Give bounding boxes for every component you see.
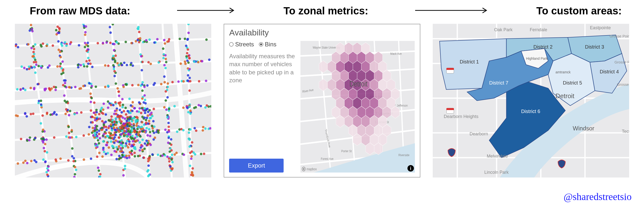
svg-point-1104 — [126, 110, 129, 112]
svg-point-895 — [115, 124, 117, 126]
svg-point-734 — [94, 114, 97, 116]
svg-point-633 — [186, 60, 189, 62]
info-icon[interactable]: i — [408, 165, 414, 171]
place-eastpointe: Eastpointe — [590, 25, 610, 30]
svg-point-101 — [126, 64, 128, 66]
svg-point-1033 — [96, 117, 98, 120]
svg-point-608 — [164, 67, 167, 69]
header-custom: To custom areas: — [536, 5, 622, 17]
svg-point-923 — [120, 120, 122, 123]
svg-point-157 — [152, 84, 155, 86]
svg-point-578 — [163, 64, 166, 66]
svg-point-9 — [109, 42, 112, 44]
svg-point-419 — [59, 51, 62, 53]
svg-point-881 — [111, 121, 114, 123]
svg-point-99 — [208, 59, 210, 61]
svg-point-268 — [45, 138, 48, 141]
svg-point-939 — [132, 140, 134, 142]
svg-point-1098 — [122, 116, 124, 119]
svg-point-36 — [145, 39, 148, 42]
svg-point-455 — [88, 82, 91, 85]
label-city: Detroit — [350, 80, 368, 88]
svg-point-289 — [200, 153, 202, 155]
svg-point-92 — [193, 61, 196, 63]
svg-point-1097 — [114, 136, 116, 139]
svg-point-116 — [160, 83, 162, 85]
districts-map[interactable]: District 1 District 2 District 3 Distric… — [433, 24, 629, 177]
svg-point-457 — [88, 59, 91, 62]
export-button[interactable]: Export — [229, 159, 284, 172]
district-4-label: District 4 — [600, 69, 619, 74]
svg-point-1066 — [133, 152, 136, 154]
svg-point-537 — [140, 84, 142, 87]
radio-bins[interactable]: Bins — [259, 41, 276, 48]
svg-point-71 — [180, 63, 182, 65]
svg-point-841 — [140, 112, 142, 114]
svg-point-619 — [171, 153, 174, 156]
svg-point-911 — [99, 110, 102, 113]
svg-point-23 — [34, 43, 36, 46]
svg-point-710 — [88, 126, 91, 128]
svg-point-1078 — [104, 132, 107, 135]
svg-point-1049 — [123, 135, 125, 137]
svg-point-35 — [65, 44, 68, 47]
svg-point-534 — [144, 94, 146, 97]
svg-point-263 — [28, 139, 31, 141]
svg-point-38 — [156, 38, 158, 40]
svg-point-829 — [112, 145, 114, 148]
svg-point-406 — [60, 56, 62, 59]
svg-point-126 — [44, 88, 46, 90]
svg-point-170 — [174, 105, 176, 107]
svg-point-612 — [165, 90, 167, 93]
svg-point-49 — [168, 38, 170, 41]
svg-point-25 — [153, 41, 156, 44]
hex-map[interactable]: Wayne State University Mack Ave River Av… — [300, 41, 415, 172]
svg-point-1023 — [114, 150, 116, 152]
svg-point-115 — [54, 89, 57, 91]
place-hamtramck: amtramck — [555, 70, 570, 74]
svg-point-293 — [137, 155, 140, 157]
svg-point-865 — [116, 148, 119, 151]
svg-point-158 — [124, 83, 127, 86]
svg-point-362 — [40, 103, 42, 106]
svg-point-1015 — [118, 136, 120, 139]
svg-point-745 — [98, 113, 100, 115]
svg-point-850 — [128, 121, 131, 124]
svg-point-623 — [170, 158, 173, 161]
attribution-link[interactable]: @sharedstreetsio — [564, 191, 632, 202]
svg-point-476 — [124, 165, 126, 167]
header-raw: From raw MDS data: — [30, 5, 130, 17]
svg-point-947 — [154, 136, 156, 139]
svg-point-237 — [202, 129, 204, 132]
svg-point-138 — [131, 84, 134, 87]
place-ferndale: Ferndale — [530, 27, 547, 32]
district-1-label: District 1 — [460, 59, 479, 64]
svg-point-993 — [106, 144, 108, 146]
svg-point-1120 — [102, 147, 104, 149]
svg-point-630 — [190, 150, 193, 153]
svg-point-464 — [87, 45, 89, 47]
svg-point-211 — [73, 113, 76, 115]
svg-point-513 — [113, 43, 116, 45]
svg-point-890 — [135, 140, 138, 142]
svg-point-30 — [96, 42, 99, 44]
svg-point-885 — [105, 153, 107, 155]
svg-point-524 — [118, 90, 120, 93]
svg-point-540 — [142, 81, 144, 84]
svg-point-418 — [62, 72, 64, 74]
svg-point-504 — [118, 95, 120, 97]
svg-point-668 — [188, 77, 191, 79]
svg-point-432 — [98, 152, 100, 154]
svg-point-365 — [34, 59, 36, 61]
svg-point-825 — [124, 107, 127, 109]
svg-point-938 — [120, 111, 123, 114]
svg-point-565 — [140, 55, 142, 58]
place-oakpark: Oak Park — [494, 27, 512, 32]
svg-point-151 — [172, 81, 174, 83]
svg-point-1071 — [98, 137, 101, 140]
radio-streets[interactable]: Streets — [229, 41, 254, 48]
svg-point-41 — [40, 44, 42, 46]
svg-point-660 — [188, 131, 190, 134]
svg-point-514 — [121, 154, 124, 156]
svg-point-672 — [188, 57, 190, 60]
